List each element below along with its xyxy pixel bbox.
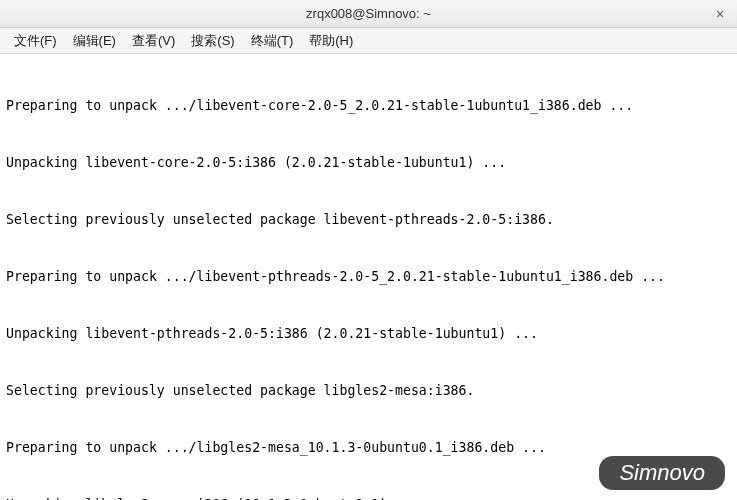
terminal-line: Unpacking libgles2-mesa:i386 (10.1.3-0ub… [6, 495, 731, 500]
terminal-line: Preparing to unpack .../libgles2-mesa_10… [6, 438, 731, 457]
menu-view[interactable]: 查看(V) [124, 29, 183, 53]
terminal-line: Unpacking libevent-core-2.0-5:i386 (2.0.… [6, 153, 731, 172]
close-icon[interactable]: × [711, 5, 729, 23]
menu-search[interactable]: 搜索(S) [183, 29, 242, 53]
terminal-line: Selecting previously unselected package … [6, 210, 731, 229]
terminal-line: Unpacking libevent-pthreads-2.0-5:i386 (… [6, 324, 731, 343]
menu-terminal[interactable]: 终端(T) [243, 29, 302, 53]
terminal-line: Preparing to unpack .../libevent-pthread… [6, 267, 731, 286]
terminal-output[interactable]: Preparing to unpack .../libevent-core-2.… [0, 54, 737, 500]
menu-help[interactable]: 帮助(H) [301, 29, 361, 53]
terminal-line: Preparing to unpack .../libevent-core-2.… [6, 96, 731, 115]
window-titlebar: zrqx008@Simnovo: ~ × [0, 0, 737, 28]
terminal-line: Selecting previously unselected package … [6, 381, 731, 400]
watermark-badge: Simnovo [599, 456, 725, 490]
menu-file[interactable]: 文件(F) [6, 29, 65, 53]
window-title: zrqx008@Simnovo: ~ [306, 6, 431, 21]
menubar: 文件(F) 编辑(E) 查看(V) 搜索(S) 终端(T) 帮助(H) [0, 28, 737, 54]
menu-edit[interactable]: 编辑(E) [65, 29, 124, 53]
